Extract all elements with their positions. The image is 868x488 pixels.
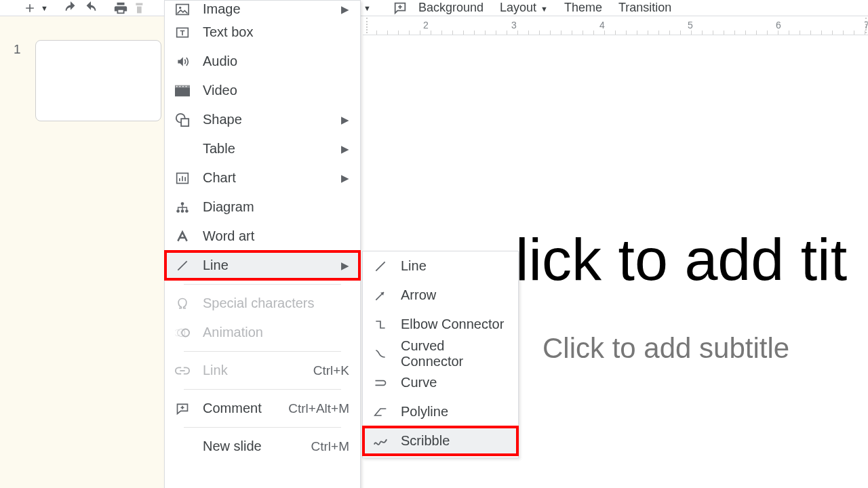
submenu-item-arrow[interactable]: Arrow (363, 281, 518, 310)
menu-item-animation: Animation (165, 318, 360, 347)
menu-item-label: Image (203, 1, 341, 17)
svg-point-17 (182, 329, 189, 336)
print-button[interactable] (111, 0, 131, 16)
menu-item-shape[interactable]: Shape ▶ (165, 105, 360, 134)
background-button[interactable]: Background (410, 1, 492, 15)
menu-separator (184, 427, 341, 428)
chevron-right-icon: ▶ (341, 114, 349, 126)
undo-icon (63, 1, 78, 16)
curve-icon (372, 375, 389, 391)
menu-item-chart[interactable]: Chart ▶ (165, 163, 360, 192)
plus-icon (23, 1, 37, 15)
arrow-icon (372, 287, 389, 304)
ruler-number: 7 (864, 20, 868, 30)
new-slide-button[interactable]: ▼ (20, 0, 51, 16)
menu-item-label: Scribble (401, 433, 507, 449)
menu-item-label: Line (203, 258, 341, 273)
submenu-item-curve[interactable]: Curve (363, 368, 518, 397)
menu-separator (184, 351, 341, 352)
menu-item-shortcut: Ctrl+K (313, 363, 349, 378)
layout-label: Layout (500, 1, 536, 14)
menu-item-link: Link Ctrl+K (165, 356, 360, 385)
audio-icon (174, 54, 191, 70)
menu-item-special-characters: Special characters (165, 289, 360, 318)
submenu-item-scribble[interactable]: Scribble (363, 426, 518, 455)
chart-icon (174, 170, 191, 186)
menu-item-image[interactable]: Image ▶ (165, 1, 360, 18)
svg-point-1 (179, 6, 181, 8)
ruler-number: 6 (776, 20, 781, 30)
menu-item-new-slide[interactable]: New slide Ctrl+M (165, 432, 360, 461)
svg-point-15 (185, 209, 189, 213)
svg-point-14 (181, 209, 184, 213)
paint-format-button[interactable] (131, 0, 150, 16)
toolbar: ▼ ▼ Background Layout▼ Theme Transition (0, 0, 868, 16)
redo-button[interactable] (81, 0, 101, 16)
undo-button[interactable] (60, 0, 81, 16)
chevron-right-icon: ▶ (341, 143, 349, 155)
chevron-right-icon: ▶ (341, 3, 349, 16)
menu-item-diagram[interactable]: Diagram (165, 192, 360, 222)
menu-item-label: Curve (401, 375, 507, 390)
caret-down-icon: ▼ (540, 5, 548, 13)
ruler-number: 5 (688, 20, 693, 30)
submenu-item-polyline[interactable]: Polyline (363, 397, 518, 426)
menu-item-audio[interactable]: Audio (165, 47, 360, 76)
image-icon (174, 1, 191, 18)
menu-item-label: Special characters (203, 296, 349, 311)
menu-item-label: Diagram (203, 199, 349, 215)
menu-item-label: Chart (203, 170, 341, 186)
menu-item-label: Text box (203, 24, 349, 40)
transition-button[interactable]: Transition (610, 1, 679, 15)
theme-button[interactable]: Theme (556, 1, 610, 15)
menu-item-label: Comment (203, 401, 288, 416)
ruler-number: 4 (599, 20, 605, 30)
menu-item-label: Line (401, 258, 507, 274)
wordart-icon (174, 228, 191, 245)
menu-separator (184, 389, 341, 390)
menu-item-label: Elbow Connector (401, 317, 507, 332)
slide-thumbnail-panel: 1 (0, 16, 164, 488)
layout-button[interactable]: Layout▼ (492, 1, 556, 15)
submenu-item-line[interactable]: Line (363, 251, 518, 281)
menu-item-label: Shape (203, 112, 341, 127)
table-icon (174, 141, 191, 157)
scribble-icon (372, 433, 389, 449)
paint-icon (134, 1, 147, 15)
menu-item-line[interactable]: Line ▶ (165, 251, 360, 280)
comment-icon (174, 401, 191, 417)
menu-item-wordart[interactable]: Word art (165, 222, 360, 251)
submenu-item-elbow-connector[interactable]: Elbow Connector (363, 310, 518, 339)
slide-thumbnail[interactable] (35, 40, 161, 121)
line-icon (174, 258, 191, 274)
add-comment-button[interactable] (390, 0, 410, 16)
menu-item-label: Animation (203, 325, 349, 340)
svg-point-12 (181, 202, 184, 205)
zoom-caret-icon[interactable]: ▼ (363, 4, 371, 12)
svg-point-5 (176, 85, 178, 87)
menu-item-label: Table (203, 141, 341, 157)
blank-icon (174, 439, 191, 455)
elbow-connector-icon (372, 317, 389, 333)
menu-item-label: Link (203, 363, 313, 378)
menu-item-shortcut: Ctrl+M (311, 439, 349, 454)
title-placeholder[interactable]: lick to add tit (515, 225, 847, 294)
ruler: 234567 (363, 16, 868, 35)
menu-item-comment[interactable]: Comment Ctrl+Alt+M (165, 394, 360, 423)
animation-icon (174, 325, 191, 341)
menu-item-table[interactable]: Table ▶ (165, 134, 360, 163)
textbox-icon (174, 24, 191, 41)
ruler-number: 2 (423, 20, 429, 30)
print-icon (113, 1, 128, 16)
menu-item-label: Polyline (401, 404, 507, 420)
menu-item-label: Curved Connector (401, 338, 507, 369)
menu-item-shortcut: Ctrl+Alt+M (288, 401, 349, 416)
svg-line-20 (376, 262, 384, 270)
submenu-item-curved-connector[interactable]: Curved Connector (363, 339, 518, 368)
diagram-icon (174, 199, 191, 216)
subtitle-placeholder[interactable]: Click to add subtitle (542, 332, 789, 365)
menu-item-video[interactable]: Video (165, 76, 360, 105)
curved-connector-icon (372, 346, 389, 362)
omega-icon (174, 296, 191, 312)
menu-item-textbox[interactable]: Text box (165, 18, 360, 47)
